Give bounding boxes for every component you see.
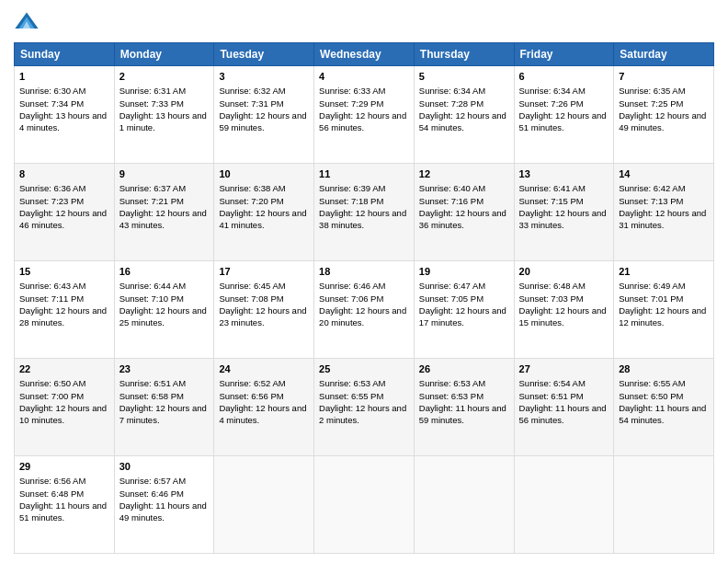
calendar-cell: 3Sunrise: 6:32 AMSunset: 7:31 PMDaylight… [214, 66, 314, 164]
day-number: 4 [319, 70, 409, 84]
day-number: 20 [519, 265, 609, 279]
sunrise: Sunrise: 6:53 AM [419, 378, 485, 388]
sunset: Sunset: 7:28 PM [419, 98, 483, 109]
weekday-header-sunday: Sunday [15, 43, 115, 66]
sunrise: Sunrise: 6:31 AM [119, 86, 186, 96]
calendar-cell: 13Sunrise: 6:41 AMSunset: 7:15 PMDayligh… [514, 164, 614, 261]
calendar-cell [214, 456, 314, 554]
day-number: 21 [619, 265, 709, 279]
daylight-label: Daylight: 12 hours and 23 minutes. [219, 305, 306, 327]
logo-icon [14, 9, 40, 35]
weekday-header-thursday: Thursday [414, 43, 514, 66]
sunrise: Sunrise: 6:33 AM [319, 86, 385, 96]
calendar-cell: 14Sunrise: 6:42 AMSunset: 7:13 PMDayligh… [614, 164, 714, 261]
day-number: 6 [519, 70, 609, 84]
daylight-label: Daylight: 12 hours and 51 minutes. [519, 110, 607, 132]
daylight-label: Daylight: 13 hours and 1 minute. [119, 110, 207, 132]
sunset: Sunset: 7:15 PM [519, 196, 584, 206]
sunset: Sunset: 6:58 PM [119, 391, 184, 401]
sunrise: Sunrise: 6:36 AM [19, 183, 85, 193]
day-number: 19 [419, 265, 509, 279]
calendar-cell: 25Sunrise: 6:53 AMSunset: 6:55 PMDayligh… [314, 359, 415, 456]
calendar-cell: 6Sunrise: 6:34 AMSunset: 7:26 PMDaylight… [514, 66, 614, 164]
calendar-cell: 11Sunrise: 6:39 AMSunset: 7:18 PMDayligh… [314, 164, 415, 261]
daylight-label: Daylight: 11 hours and 59 minutes. [419, 403, 506, 425]
weekday-header-saturday: Saturday [614, 43, 714, 66]
daylight-label: Daylight: 12 hours and 28 minutes. [19, 305, 107, 327]
calendar-cell: 9Sunrise: 6:37 AMSunset: 7:21 PMDaylight… [114, 164, 214, 261]
daylight-label: Daylight: 12 hours and 10 minutes. [19, 403, 107, 425]
calendar-cell: 12Sunrise: 6:40 AMSunset: 7:16 PMDayligh… [414, 164, 514, 261]
calendar-week-1: 1Sunrise: 6:30 AMSunset: 7:34 PMDaylight… [15, 66, 714, 164]
sunrise: Sunrise: 6:56 AM [19, 476, 85, 486]
sunrise: Sunrise: 6:42 AM [619, 183, 685, 193]
sunset: Sunset: 7:20 PM [219, 196, 283, 206]
day-number: 17 [219, 265, 309, 279]
sunset: Sunset: 7:03 PM [519, 293, 584, 304]
daylight-label: Daylight: 11 hours and 49 minutes. [119, 500, 207, 523]
day-number: 15 [19, 265, 109, 279]
sunset: Sunset: 7:33 PM [119, 98, 184, 109]
sunrise: Sunrise: 6:38 AM [219, 183, 285, 193]
sunset: Sunset: 7:26 PM [519, 98, 584, 109]
calendar-cell: 28Sunrise: 6:55 AMSunset: 6:50 PMDayligh… [614, 359, 714, 456]
sunset: Sunset: 7:31 PM [219, 98, 283, 109]
day-number: 27 [519, 362, 609, 376]
weekday-header-row: SundayMondayTuesdayWednesdayThursdayFrid… [15, 43, 714, 66]
sunset: Sunset: 6:55 PM [319, 391, 383, 401]
calendar-cell: 15Sunrise: 6:43 AMSunset: 7:11 PMDayligh… [15, 261, 115, 359]
sunset: Sunset: 7:05 PM [419, 293, 483, 304]
sunset: Sunset: 6:56 PM [219, 391, 283, 401]
sunset: Sunset: 7:25 PM [619, 98, 683, 109]
day-number: 13 [519, 167, 609, 181]
sunset: Sunset: 7:06 PM [319, 293, 383, 304]
calendar-cell [414, 456, 514, 554]
calendar-cell: 27Sunrise: 6:54 AMSunset: 6:51 PMDayligh… [514, 359, 614, 456]
calendar-week-4: 22Sunrise: 6:50 AMSunset: 7:00 PMDayligh… [15, 359, 714, 456]
sunrise: Sunrise: 6:46 AM [319, 281, 385, 291]
sunrise: Sunrise: 6:40 AM [419, 183, 485, 193]
sunrise: Sunrise: 6:44 AM [119, 281, 186, 291]
logo [14, 9, 43, 35]
sunset: Sunset: 7:01 PM [619, 293, 683, 304]
sunrise: Sunrise: 6:37 AM [119, 183, 186, 193]
day-number: 5 [419, 70, 509, 84]
calendar-cell: 10Sunrise: 6:38 AMSunset: 7:20 PMDayligh… [214, 164, 314, 261]
sunset: Sunset: 6:51 PM [519, 391, 584, 401]
sunset: Sunset: 7:10 PM [119, 293, 184, 304]
sunset: Sunset: 6:46 PM [119, 488, 184, 499]
daylight-label: Daylight: 12 hours and 46 minutes. [19, 208, 107, 230]
day-number: 12 [419, 167, 509, 181]
calendar-cell: 26Sunrise: 6:53 AMSunset: 6:53 PMDayligh… [414, 359, 514, 456]
daylight-label: Daylight: 12 hours and 54 minutes. [419, 110, 506, 132]
calendar-cell: 22Sunrise: 6:50 AMSunset: 7:00 PMDayligh… [15, 359, 115, 456]
daylight-label: Daylight: 12 hours and 38 minutes. [319, 208, 406, 230]
day-number: 14 [619, 167, 709, 181]
header [14, 9, 714, 35]
daylight-label: Daylight: 12 hours and 15 minutes. [519, 305, 607, 327]
calendar-cell [614, 456, 714, 554]
daylight-label: Daylight: 12 hours and 7 minutes. [119, 403, 207, 425]
day-number: 29 [19, 460, 109, 474]
calendar-cell: 2Sunrise: 6:31 AMSunset: 7:33 PMDaylight… [114, 66, 214, 164]
sunrise: Sunrise: 6:45 AM [219, 281, 285, 291]
weekday-header-tuesday: Tuesday [214, 43, 314, 66]
sunset: Sunset: 6:48 PM [19, 488, 84, 499]
day-number: 23 [119, 362, 210, 376]
sunset: Sunset: 7:13 PM [619, 196, 683, 206]
sunrise: Sunrise: 6:39 AM [319, 183, 385, 193]
sunrise: Sunrise: 6:49 AM [619, 281, 685, 291]
sunrise: Sunrise: 6:30 AM [19, 86, 85, 96]
sunset: Sunset: 7:23 PM [19, 196, 84, 206]
daylight-label: Daylight: 12 hours and 2 minutes. [319, 403, 406, 425]
sunrise: Sunrise: 6:43 AM [19, 281, 85, 291]
day-number: 25 [319, 362, 409, 376]
sunrise: Sunrise: 6:55 AM [619, 378, 685, 388]
sunrise: Sunrise: 6:51 AM [119, 378, 186, 388]
calendar-cell: 5Sunrise: 6:34 AMSunset: 7:28 PMDaylight… [414, 66, 514, 164]
calendar-cell: 29Sunrise: 6:56 AMSunset: 6:48 PMDayligh… [15, 456, 115, 554]
sunrise: Sunrise: 6:34 AM [519, 86, 586, 96]
day-number: 26 [419, 362, 509, 376]
day-number: 1 [19, 70, 109, 84]
calendar-cell: 8Sunrise: 6:36 AMSunset: 7:23 PMDaylight… [15, 164, 115, 261]
